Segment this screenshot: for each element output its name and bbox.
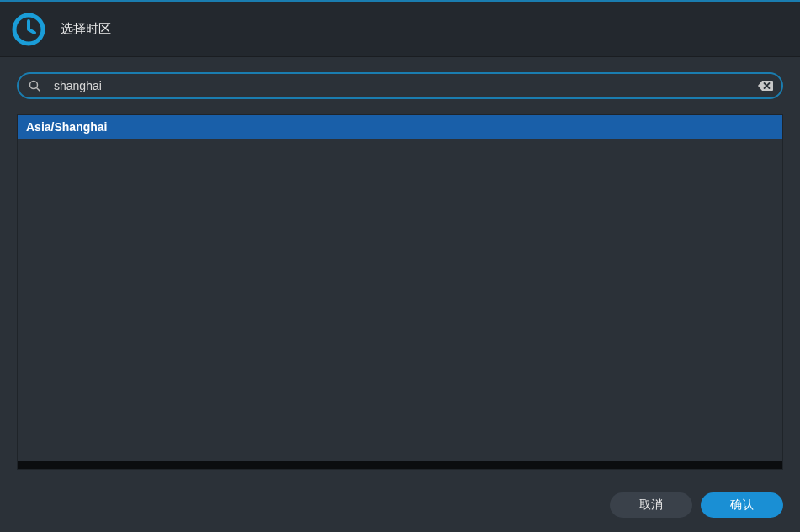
cancel-button[interactable]: 取消 [610,492,692,518]
search-field-wrapper [17,72,783,99]
results-list: Asia/Shanghai [17,114,783,470]
search-input[interactable] [17,72,783,99]
confirm-button[interactable]: 确认 [701,492,783,518]
titlebar: 选择时区 [0,2,800,57]
list-item-label: Asia/Shanghai [26,120,107,134]
clock-icon [12,13,45,46]
content-area: Asia/Shanghai [0,57,800,478]
search-icon [29,80,40,92]
list-item[interactable]: Asia/Shanghai [18,115,782,139]
list-bottom-shadow [18,461,782,469]
dialog-title: 选择时区 [61,21,111,37]
svg-line-2 [37,88,40,92]
clear-input-icon[interactable] [758,80,773,92]
dialog-footer: 取消 确认 [0,478,800,532]
dialog-window: 选择时区 Asia/Shanghai [0,0,800,532]
